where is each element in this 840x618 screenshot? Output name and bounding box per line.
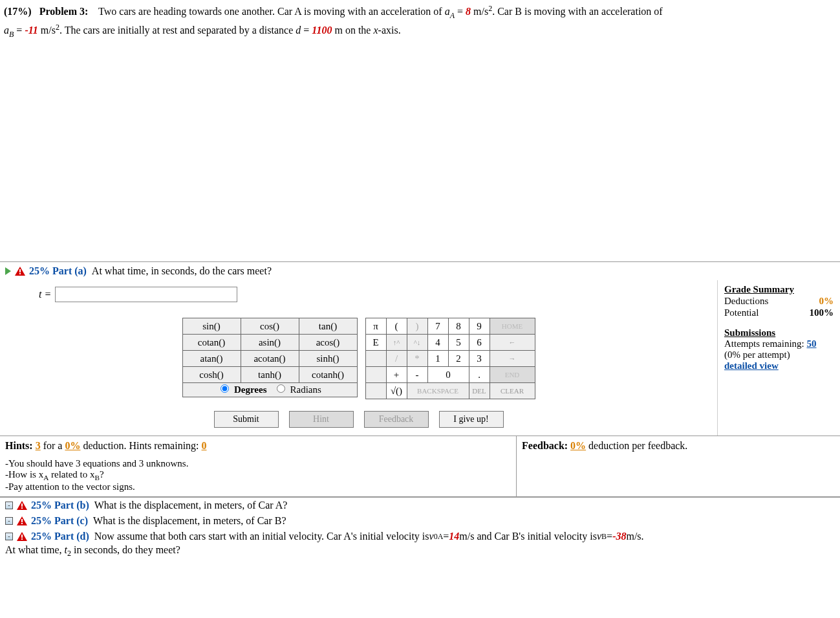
function-keypad: sin() cos() tan() cotan() asin() acos() … bbox=[182, 318, 358, 383]
expand-icon[interactable]: - bbox=[5, 517, 13, 525]
warning-icon bbox=[17, 501, 27, 510]
key-e[interactable]: E bbox=[365, 335, 386, 351]
svg-rect-11 bbox=[21, 538, 23, 540]
key-caret-up[interactable]: ↑^ bbox=[386, 335, 407, 351]
grade-summary-panel: Grade Summary Deductions0% Potential100%… bbox=[717, 280, 840, 436]
key-0[interactable]: 0 bbox=[427, 367, 469, 383]
key-9[interactable]: 9 bbox=[469, 318, 490, 335]
answer-var-label: t = bbox=[39, 289, 51, 300]
key-1[interactable]: 1 bbox=[427, 351, 448, 367]
grade-summary-header: Grade Summary bbox=[724, 284, 834, 295]
key-cotan[interactable]: cotan() bbox=[182, 335, 241, 351]
radians-option[interactable]: Radians bbox=[274, 384, 321, 395]
numeric-keypad: π ( ) 7 8 9 HOME E ↑^ ^↓ 4 bbox=[365, 318, 535, 399]
key-pi[interactable]: π bbox=[365, 318, 386, 335]
part-a-header: 25% Part (a) At what time, in seconds, d… bbox=[0, 262, 840, 280]
key-end[interactable]: END bbox=[490, 367, 535, 383]
submissions-header: Submissions bbox=[724, 327, 834, 338]
warning-icon bbox=[17, 532, 27, 541]
key-2[interactable]: 2 bbox=[448, 351, 469, 367]
key-8[interactable]: 8 bbox=[448, 318, 469, 335]
action-buttons: Submit Hint Feedback I give up! bbox=[0, 402, 717, 436]
detailed-view-link[interactable]: detailed view bbox=[724, 360, 779, 371]
hint-item: -Pay attention to the vector signs. bbox=[5, 481, 511, 492]
answer-row: t = bbox=[0, 280, 717, 313]
key-6[interactable]: 6 bbox=[469, 335, 490, 351]
feedback-button[interactable]: Feedback bbox=[364, 411, 429, 428]
expand-icon[interactable]: - bbox=[5, 533, 13, 540]
key-sinh[interactable]: sinh() bbox=[299, 351, 357, 367]
key-4[interactable]: 4 bbox=[427, 335, 448, 351]
part-a-label: 25% Part (a) bbox=[29, 265, 87, 277]
key-tanh[interactable]: tanh() bbox=[241, 367, 299, 383]
svg-rect-8 bbox=[21, 523, 23, 524]
hints-panel: Hints: 3 for a 0% deduction. Hints remai… bbox=[0, 436, 517, 496]
problem-statement: (17%) Problem 3: Two cars are heading to… bbox=[0, 0, 840, 42]
key-sqrt[interactable]: √() bbox=[386, 383, 407, 399]
expand-icon[interactable]: - bbox=[5, 502, 13, 509]
degrees-option[interactable]: Degrees bbox=[218, 384, 266, 395]
key-plus[interactable]: + bbox=[386, 367, 407, 383]
radians-radio[interactable] bbox=[277, 384, 285, 393]
feedback-panel: Feedback: 0% deduction per feedback. bbox=[517, 436, 840, 496]
svg-rect-10 bbox=[21, 535, 23, 538]
key-star[interactable]: * bbox=[407, 351, 427, 367]
part-d-row[interactable]: - 25% Part (d) Now assume that both cars… bbox=[0, 529, 840, 544]
key-7[interactable]: 7 bbox=[427, 318, 448, 335]
svg-rect-7 bbox=[21, 519, 23, 522]
key-right[interactable]: → bbox=[490, 351, 535, 367]
warning-icon bbox=[17, 516, 27, 525]
key-rparen[interactable]: ) bbox=[407, 318, 427, 335]
submit-button[interactable]: Submit bbox=[214, 411, 279, 428]
part-c-row[interactable]: - 25% Part (c) What is the displacement,… bbox=[0, 513, 840, 529]
key-dot[interactable]: . bbox=[469, 367, 490, 383]
degrees-radio[interactable] bbox=[221, 384, 229, 393]
hint-item: -How is xA related to xB? bbox=[5, 469, 511, 481]
key-clear[interactable]: CLEAR bbox=[490, 383, 535, 399]
key-5[interactable]: 5 bbox=[448, 335, 469, 351]
giveup-button[interactable]: I give up! bbox=[439, 411, 504, 428]
expand-icon[interactable] bbox=[5, 267, 11, 275]
keypad-area: sin() cos() tan() cotan() asin() acos() … bbox=[0, 313, 717, 402]
problem-label: Problem 3: bbox=[39, 6, 89, 17]
part-a-text: At what time, in seconds, do the cars me… bbox=[92, 265, 272, 277]
key-cotanh[interactable]: cotanh() bbox=[299, 367, 357, 383]
svg-rect-4 bbox=[21, 503, 23, 507]
key-caret-down[interactable]: ^↓ bbox=[407, 335, 427, 351]
hint-item: -You should have 3 equations and 3 unkno… bbox=[5, 458, 511, 469]
answer-input[interactable] bbox=[55, 287, 237, 302]
key-acos[interactable]: acos() bbox=[299, 335, 357, 351]
key-3[interactable]: 3 bbox=[469, 351, 490, 367]
key-blank2 bbox=[365, 367, 386, 383]
key-left[interactable]: ← bbox=[490, 335, 535, 351]
part-b-row[interactable]: - 25% Part (b) What is the displacement,… bbox=[0, 498, 840, 513]
key-atan[interactable]: atan() bbox=[182, 351, 241, 367]
key-acotan[interactable]: acotan() bbox=[241, 351, 299, 367]
part-d-line2: At what time, t2 in seconds, do they mee… bbox=[0, 544, 840, 564]
key-backspace[interactable]: BACKSPACE bbox=[407, 383, 469, 399]
svg-rect-5 bbox=[21, 507, 23, 509]
key-cos[interactable]: cos() bbox=[241, 318, 299, 335]
problem-percent: (17%) bbox=[4, 6, 32, 17]
key-home[interactable]: HOME bbox=[490, 318, 535, 335]
key-sin[interactable]: sin() bbox=[182, 318, 241, 335]
angle-mode-row: Degrees Radians bbox=[182, 383, 358, 397]
key-lparen[interactable]: ( bbox=[386, 318, 407, 335]
key-blank bbox=[365, 351, 386, 367]
key-blank3 bbox=[365, 383, 386, 399]
key-del[interactable]: DEL bbox=[469, 383, 490, 399]
svg-rect-2 bbox=[19, 273, 21, 274]
key-tan[interactable]: tan() bbox=[299, 318, 357, 335]
svg-rect-1 bbox=[19, 269, 21, 272]
key-asin[interactable]: asin() bbox=[241, 335, 299, 351]
hint-button[interactable]: Hint bbox=[289, 411, 354, 428]
warning-icon bbox=[15, 267, 25, 276]
key-minus[interactable]: - bbox=[407, 367, 427, 383]
key-slash[interactable]: / bbox=[386, 351, 407, 367]
key-cosh[interactable]: cosh() bbox=[182, 367, 241, 383]
